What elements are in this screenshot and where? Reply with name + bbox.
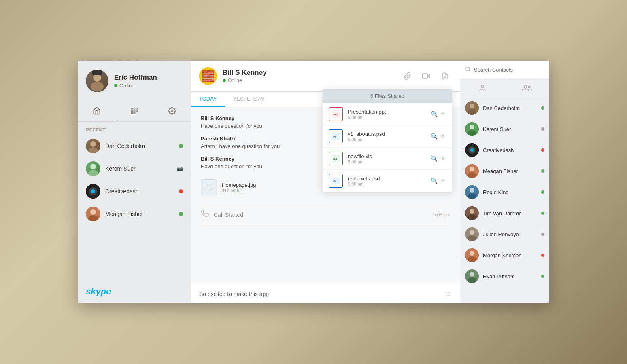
list-item[interactable]: Rogie King bbox=[460, 182, 549, 203]
svg-line-39 bbox=[469, 70, 470, 72]
list-item[interactable]: Kerem Suer 📷 bbox=[78, 157, 191, 180]
chat-contact-status: Online bbox=[223, 78, 395, 83]
nav-tab-settings[interactable] bbox=[153, 101, 191, 121]
file-icon: Ps bbox=[329, 174, 343, 188]
avatar bbox=[86, 207, 100, 221]
eye-icon[interactable]: 👁 bbox=[440, 111, 446, 117]
list-item[interactable]: Dan Cederholm bbox=[460, 97, 549, 119]
status-badge bbox=[179, 212, 183, 216]
list-item[interactable]: Morgan Knutson bbox=[460, 245, 549, 266]
file-row-name: v1_aboutus.psd bbox=[348, 131, 426, 137]
contact-name: Ryan Putnam bbox=[483, 273, 537, 279]
svg-rect-26 bbox=[206, 184, 212, 190]
search-icon[interactable]: 🔍 bbox=[431, 178, 438, 184]
avatar bbox=[465, 227, 479, 241]
file-row-info: newfile.xls 5:08 pm bbox=[348, 153, 426, 164]
status-badge bbox=[541, 190, 544, 194]
list-item[interactable]: Creativedash bbox=[78, 180, 191, 203]
status-badge bbox=[541, 254, 544, 257]
search-icon[interactable]: 🔍 bbox=[431, 111, 438, 117]
file-thumbnail bbox=[201, 179, 217, 195]
file-row-time: 5:08 pm bbox=[348, 115, 426, 120]
avatar bbox=[465, 206, 479, 220]
search-input[interactable] bbox=[474, 67, 544, 73]
middle-panel: 🧱 Bill S Kenney Online bbox=[191, 61, 460, 303]
svg-point-53 bbox=[470, 167, 474, 171]
recent-label: RECENT bbox=[78, 122, 191, 135]
svg-marker-22 bbox=[427, 74, 430, 78]
svg-point-41 bbox=[524, 86, 527, 88]
avatar bbox=[86, 161, 100, 176]
status-badge bbox=[541, 106, 544, 110]
search-icon bbox=[465, 66, 471, 73]
file-row-info: realpixels.psd 5:08 pm bbox=[348, 176, 426, 186]
profile-section: Eric Hoffman Online bbox=[78, 61, 191, 101]
file-row: PPT Presentation.ppt 5:08 pm 🔍 👁 bbox=[323, 103, 452, 125]
svg-text:XLS: XLS bbox=[333, 158, 338, 160]
attachment-button[interactable] bbox=[400, 69, 415, 83]
svg-text:Ps: Ps bbox=[333, 135, 336, 138]
file-row-name: newfile.xls bbox=[348, 153, 426, 159]
file-row: Ps realpixels.psd 5:08 pm 🔍 👁 bbox=[323, 170, 452, 192]
list-item[interactable]: Julien Renvoye bbox=[460, 224, 549, 245]
svg-point-14 bbox=[90, 164, 96, 169]
status-badge bbox=[541, 169, 544, 173]
status-text: Online bbox=[119, 83, 135, 89]
svg-point-59 bbox=[470, 209, 474, 214]
list-item[interactable]: Ryan Putnam bbox=[460, 266, 549, 287]
file-row-actions: 🔍 👁 bbox=[431, 155, 446, 162]
list-item[interactable]: Creativedash bbox=[460, 140, 549, 161]
svg-rect-6 bbox=[131, 110, 132, 111]
left-panel: Eric Hoffman Online bbox=[78, 61, 191, 303]
eye-icon[interactable]: 👁 bbox=[440, 133, 446, 140]
eye-icon[interactable]: 👁 bbox=[440, 178, 446, 184]
nav-tab-home[interactable] bbox=[78, 101, 115, 121]
contact-name: Rogie King bbox=[483, 189, 537, 195]
list-item[interactable]: Dan Cederholm bbox=[78, 135, 191, 157]
contact-name: Morgan Knutson bbox=[483, 252, 537, 258]
contact-name: Kerem Suer bbox=[483, 126, 537, 132]
contact-name: Meagan Fisher bbox=[483, 168, 537, 174]
avatar bbox=[465, 143, 479, 157]
file-icon: XLS bbox=[329, 152, 343, 165]
contacts-list: Dan Cederholm Kerem Suer bbox=[460, 97, 549, 303]
status-badge bbox=[541, 233, 544, 236]
tab-single-contacts[interactable] bbox=[460, 79, 505, 97]
file-row: XLS newfile.xls 5:08 pm 🔍 👁 bbox=[323, 148, 452, 170]
chat-input-bar: ☺ bbox=[191, 284, 460, 303]
notes-button[interactable] bbox=[438, 69, 452, 83]
tab-group-contacts[interactable] bbox=[505, 79, 549, 97]
list-item[interactable]: Kerem Suer bbox=[460, 119, 549, 140]
svg-point-15 bbox=[88, 170, 98, 176]
call-time: 5:08 pm bbox=[433, 212, 451, 218]
contact-name: Creativedash bbox=[105, 188, 174, 195]
emoji-button[interactable]: ☺ bbox=[444, 289, 452, 298]
search-icon[interactable]: 🔍 bbox=[431, 133, 438, 140]
profile-info: Eric Hoffman Online bbox=[114, 74, 183, 89]
chat-input[interactable] bbox=[199, 291, 440, 297]
svg-point-11 bbox=[171, 110, 173, 112]
svg-rect-4 bbox=[134, 108, 135, 109]
eye-icon[interactable]: 👁 bbox=[440, 155, 446, 162]
contact-name: Dan Cederholm bbox=[105, 143, 174, 149]
svg-point-13 bbox=[88, 147, 98, 153]
search-icon[interactable]: 🔍 bbox=[431, 155, 438, 162]
status-badge bbox=[541, 148, 544, 152]
contact-name: Dan Cederholm bbox=[483, 105, 537, 111]
svg-point-42 bbox=[528, 86, 530, 88]
tab-today[interactable]: TODAY bbox=[191, 92, 225, 107]
call-row: Call Started 5:08 pm bbox=[201, 205, 451, 224]
nav-tab-dialpad[interactable] bbox=[115, 101, 153, 121]
video-call-button[interactable] bbox=[419, 69, 434, 83]
file-row-actions: 🔍 👁 bbox=[431, 111, 446, 117]
avatar bbox=[465, 164, 479, 178]
list-item[interactable]: Meagan Fisher bbox=[460, 161, 549, 182]
file-icon: Ps bbox=[329, 129, 343, 143]
tab-yesterday[interactable]: YESTERDAY bbox=[225, 92, 273, 107]
contact-name: Meagan Fisher bbox=[105, 211, 174, 217]
list-item[interactable]: Tim Van Damme bbox=[460, 203, 549, 224]
svg-point-47 bbox=[470, 125, 474, 129]
list-item[interactable]: Meagan Fisher bbox=[78, 203, 191, 225]
file-row-actions: 🔍 👁 bbox=[431, 133, 446, 140]
file-row-name: realpixels.psd bbox=[348, 176, 426, 182]
